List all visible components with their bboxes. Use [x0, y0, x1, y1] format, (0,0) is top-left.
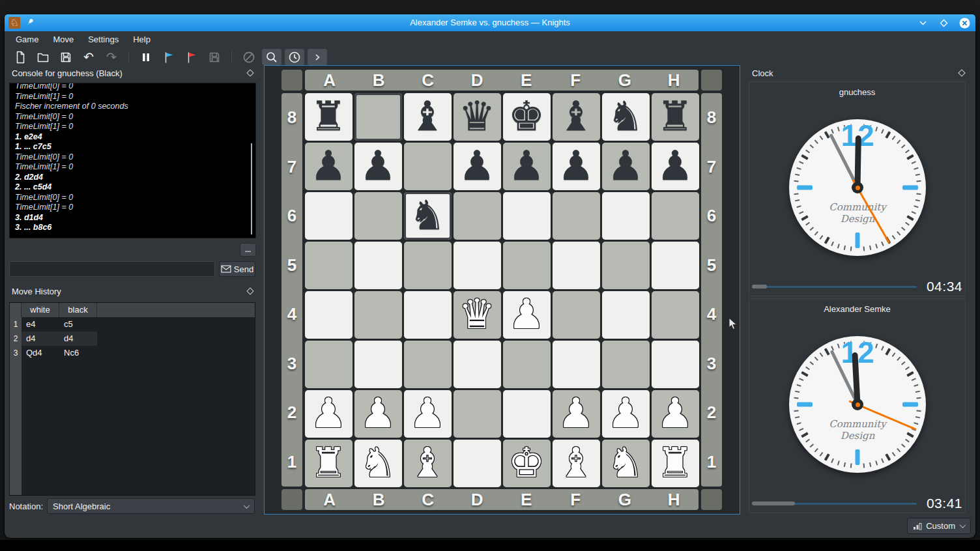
- notation-select[interactable]: Short Algebraic: [47, 498, 255, 514]
- black-move-cell[interactable]: Nc6: [59, 346, 97, 360]
- square-h7[interactable]: ♟︎: [652, 143, 699, 190]
- minimize-button[interactable]: [917, 17, 929, 29]
- square-h5[interactable]: [652, 242, 699, 289]
- console-input[interactable]: [9, 261, 215, 277]
- square-b8[interactable]: [354, 93, 402, 141]
- square-d6[interactable]: [454, 192, 501, 240]
- menu-item-move[interactable]: Move: [46, 31, 81, 48]
- square-c4[interactable]: [404, 291, 452, 339]
- white-move-cell[interactable]: e4: [22, 317, 59, 332]
- piece-black-pawn[interactable]: ♟︎: [558, 143, 594, 189]
- column-header-white[interactable]: white: [22, 303, 59, 317]
- square-f5[interactable]: [553, 242, 600, 289]
- square-b2[interactable]: ♟︎: [354, 390, 402, 438]
- square-c2[interactable]: ♟︎: [404, 390, 452, 438]
- pin-icon[interactable]: [25, 18, 35, 27]
- piece-white-king[interactable]: ♚: [508, 440, 545, 486]
- square-a6[interactable]: [305, 192, 353, 240]
- piece-black-pawn[interactable]: ♟︎: [360, 143, 396, 189]
- piece-black-pawn[interactable]: ♟︎: [459, 143, 495, 189]
- piece-white-bishop[interactable]: ♝: [409, 440, 446, 486]
- square-b4[interactable]: [354, 291, 402, 339]
- square-g7[interactable]: ♟︎: [602, 143, 650, 190]
- square-g3[interactable]: [602, 341, 650, 388]
- menu-item-settings[interactable]: Settings: [81, 31, 126, 48]
- console-more-button[interactable]: ...: [240, 243, 256, 257]
- square-f2[interactable]: ♟︎: [553, 390, 600, 438]
- square-c8[interactable]: ♝: [404, 93, 452, 141]
- piece-white-bishop[interactable]: ♝: [558, 440, 594, 486]
- chessboard[interactable]: ABCDEFGH8765432187654321♜♝♛♚♝♞♜♟︎♟︎♟︎♟︎♟…: [280, 68, 723, 511]
- square-g4[interactable]: [602, 291, 650, 339]
- square-e1[interactable]: ♚: [503, 440, 551, 487]
- square-f4[interactable]: [553, 291, 600, 339]
- difficulty-button[interactable]: Custom: [907, 518, 971, 534]
- square-f8[interactable]: ♝: [553, 93, 600, 141]
- square-g1[interactable]: ♞: [602, 440, 650, 487]
- abort-button[interactable]: [239, 49, 259, 65]
- show-clock-button[interactable]: [285, 49, 304, 65]
- square-b7[interactable]: ♟︎: [354, 143, 402, 190]
- square-e5[interactable]: [503, 242, 551, 289]
- square-e7[interactable]: ♟︎: [503, 143, 551, 190]
- piece-white-rook[interactable]: ♜: [310, 440, 347, 486]
- square-f6[interactable]: [553, 192, 600, 240]
- piece-white-pawn[interactable]: ♟︎: [508, 292, 545, 337]
- float-dock-icon[interactable]: [958, 69, 965, 76]
- square-h8[interactable]: ♜: [652, 93, 699, 141]
- square-a4[interactable]: [305, 291, 353, 339]
- send-button[interactable]: Send: [219, 261, 255, 277]
- float-dock-icon[interactable]: [246, 287, 253, 294]
- piece-white-pawn[interactable]: ♟︎: [409, 391, 446, 436]
- column-header-black[interactable]: black: [59, 303, 97, 317]
- square-h4[interactable]: [652, 291, 699, 339]
- menu-item-help[interactable]: Help: [126, 31, 158, 48]
- square-d5[interactable]: [454, 242, 501, 289]
- piece-white-pawn[interactable]: ♟︎: [657, 391, 693, 436]
- piece-black-pawn[interactable]: ♟︎: [607, 143, 644, 189]
- piece-black-bishop[interactable]: ♝: [409, 94, 446, 139]
- piece-white-pawn[interactable]: ♟︎: [607, 391, 644, 436]
- square-c1[interactable]: ♝: [404, 440, 452, 487]
- time-progress-slider[interactable]: [752, 503, 917, 505]
- table-row[interactable]: 3Qd4Nc6: [10, 346, 255, 360]
- square-d1[interactable]: [454, 440, 501, 487]
- toolbar-overflow-button[interactable]: [308, 49, 327, 65]
- save-game-button[interactable]: [56, 49, 76, 65]
- square-e6[interactable]: [503, 192, 551, 240]
- menu-item-game[interactable]: Game: [8, 31, 46, 48]
- square-b6[interactable]: [354, 192, 402, 240]
- piece-white-queen[interactable]: ♛: [459, 292, 495, 337]
- square-h3[interactable]: [652, 341, 699, 388]
- square-d3[interactable]: [454, 341, 501, 388]
- titlebar[interactable]: ♘ Alexander Semke vs. gnuchess — Knights: [5, 14, 975, 31]
- square-h6[interactable]: [652, 192, 699, 240]
- piece-black-rook[interactable]: ♜: [310, 94, 347, 139]
- square-d7[interactable]: ♟︎: [454, 143, 501, 190]
- square-a1[interactable]: ♜: [305, 440, 353, 487]
- square-d2[interactable]: [454, 390, 501, 438]
- move-history-table[interactable]: whiteblack1e4c52d4d43Qd4Nc6: [9, 302, 255, 496]
- table-row[interactable]: 1e4c5: [10, 317, 255, 332]
- square-g5[interactable]: [602, 242, 650, 289]
- square-e8[interactable]: ♚: [503, 93, 551, 141]
- console-output[interactable]: TimeLimit[0] = 0TimeLimit[1] = 0Fischer …: [9, 83, 256, 238]
- black-move-cell[interactable]: c5: [59, 317, 97, 332]
- square-d4[interactable]: ♛: [454, 291, 501, 339]
- piece-black-rook[interactable]: ♜: [657, 94, 693, 139]
- piece-black-knight[interactable]: ♞: [607, 94, 644, 139]
- piece-black-pawn[interactable]: ♟︎: [310, 143, 347, 189]
- square-d8[interactable]: ♛: [454, 93, 501, 141]
- square-b5[interactable]: [354, 242, 402, 289]
- piece-white-pawn[interactable]: ♟︎: [558, 391, 594, 436]
- square-h2[interactable]: ♟︎: [652, 390, 699, 438]
- square-h1[interactable]: ♜: [652, 440, 699, 487]
- square-c6[interactable]: ♞: [404, 192, 452, 240]
- black-move-cell[interactable]: d4: [59, 332, 97, 346]
- new-game-button[interactable]: [10, 49, 30, 65]
- square-c3[interactable]: [404, 341, 452, 388]
- resign-button[interactable]: [182, 49, 201, 65]
- piece-black-queen[interactable]: ♛: [459, 94, 495, 139]
- propose-draw-button[interactable]: [159, 49, 179, 65]
- maximize-button[interactable]: [938, 17, 949, 29]
